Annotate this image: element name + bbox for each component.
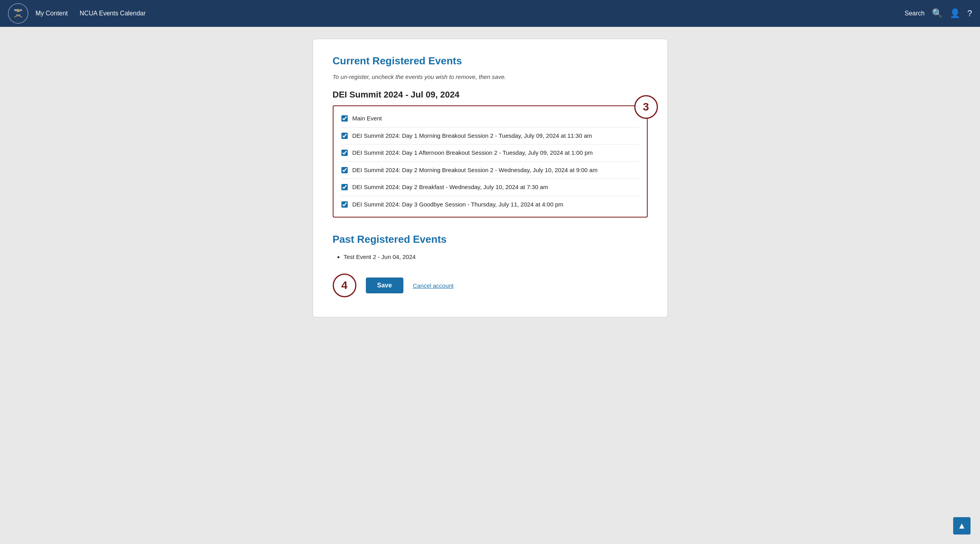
save-button[interactable]: Save (366, 278, 403, 293)
nav-events-calendar[interactable]: NCUA Events Calendar (80, 8, 146, 19)
search-icon[interactable]: 🔍 (932, 8, 943, 19)
event-label-day1-morning: DEI Summit 2024: Day 1 Morning Breakout … (352, 131, 592, 141)
past-events-heading: Past Registered Events (333, 233, 648, 246)
list-item: DEI Summit 2024: Day 2 Breakfast - Wedne… (341, 179, 639, 196)
content-card: Current Registered Events To un-register… (313, 39, 668, 317)
current-events-heading: Current Registered Events (333, 55, 648, 67)
event-checkbox-day1-morning[interactable] (341, 133, 348, 139)
event-label-main: Main Event (352, 114, 382, 123)
user-icon[interactable]: 👤 (950, 8, 960, 19)
list-item: DEI Summit 2024: Day 3 Goodbye Session -… (341, 196, 639, 213)
navbar-actions: Search 🔍 👤 ? (905, 8, 972, 19)
instruction-text: To un-register, uncheck the events you w… (333, 73, 648, 80)
step-3-badge: 3 (634, 95, 658, 119)
list-item: DEI Summit 2024: Day 2 Morning Breakout … (341, 162, 639, 179)
nav-my-content[interactable]: My Content (36, 8, 68, 19)
list-item: DEI Summit 2024: Day 1 Afternoon Breakou… (341, 144, 639, 162)
event-checkbox-day3-goodbye[interactable] (341, 201, 348, 208)
list-item: Test Event 2 - Jun 04, 2024 (344, 252, 648, 262)
list-item: DEI Summit 2024: Day 1 Morning Breakout … (341, 128, 639, 145)
navbar: NCUA 1934 My Content NCUA Events Calenda… (0, 0, 980, 27)
event-checkbox-day1-afternoon[interactable] (341, 150, 348, 156)
help-icon[interactable]: ? (967, 8, 972, 19)
list-item: Main Event (341, 110, 639, 128)
past-events-list: Test Event 2 - Jun 04, 2024 (344, 252, 648, 262)
event-checkbox-day2-breakfast[interactable] (341, 184, 348, 190)
event-label-day2-morning: DEI Summit 2024: Day 2 Morning Breakout … (352, 166, 598, 175)
event-checkbox-container: 3 Main Event DEI Summit 2024: Day 1 Morn… (333, 105, 648, 218)
event-checkbox-day2-morning[interactable] (341, 167, 348, 173)
step-4-badge: 4 (333, 274, 356, 297)
nav-links: My Content NCUA Events Calendar (36, 8, 905, 19)
scroll-to-top-button[interactable]: ▲ (953, 517, 971, 535)
event-group-title: DEI Summit 2024 - Jul 09, 2024 (333, 90, 648, 100)
footer-actions: 4 Save Cancel account (333, 274, 648, 297)
event-label-day2-breakfast: DEI Summit 2024: Day 2 Breakfast - Wedne… (352, 183, 548, 192)
search-label: Search (905, 10, 925, 17)
ncua-logo: NCUA 1934 (8, 3, 28, 24)
past-events-section: Past Registered Events Test Event 2 - Ju… (333, 233, 648, 262)
event-label-day1-afternoon: DEI Summit 2024: Day 1 Afternoon Breakou… (352, 148, 593, 158)
event-label-day3-goodbye: DEI Summit 2024: Day 3 Goodbye Session -… (352, 200, 564, 209)
cancel-account-link[interactable]: Cancel account (413, 282, 453, 289)
page-wrapper: Current Registered Events To un-register… (0, 27, 980, 329)
event-checkbox-main[interactable] (341, 115, 348, 122)
svg-point-0 (8, 4, 28, 23)
